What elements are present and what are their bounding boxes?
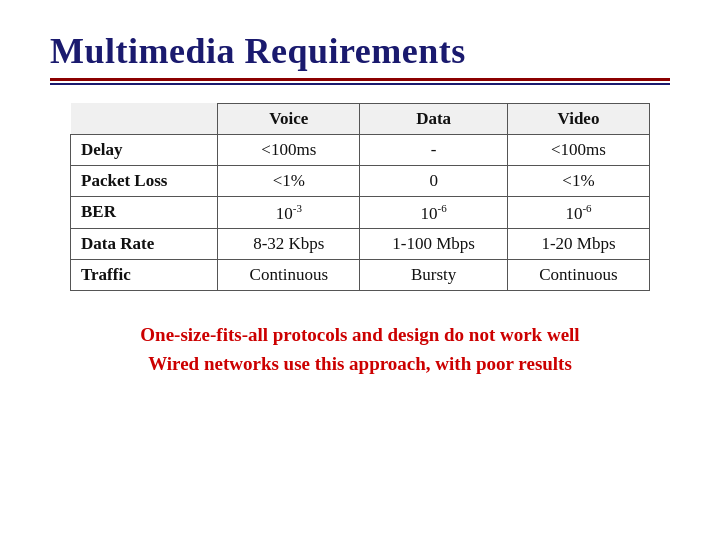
- header-video: Video: [507, 103, 649, 134]
- cell-pl-data: 0: [360, 165, 508, 196]
- row-label-datarate: Data Rate: [71, 229, 218, 260]
- footer-line1: One-size-fits-all protocols and design d…: [50, 321, 670, 350]
- divider-top: [50, 78, 670, 81]
- cell-traffic-video: Continuous: [507, 260, 649, 291]
- row-label-delay: Delay: [71, 134, 218, 165]
- header-data: Data: [360, 103, 508, 134]
- cell-dr-video: 1-20 Mbps: [507, 229, 649, 260]
- table-wrapper: Voice Data Video Delay <100ms - <100ms P…: [50, 103, 670, 292]
- cell-delay-video: <100ms: [507, 134, 649, 165]
- row-label-ber: BER: [71, 196, 218, 229]
- cell-traffic-voice: Continuous: [218, 260, 360, 291]
- cell-dr-data: 1-100 Mbps: [360, 229, 508, 260]
- header-voice: Voice: [218, 103, 360, 134]
- table-row: Delay <100ms - <100ms: [71, 134, 650, 165]
- divider: [50, 78, 670, 85]
- table-row: Packet Loss <1% 0 <1%: [71, 165, 650, 196]
- cell-ber-data: 10-6: [360, 196, 508, 229]
- header-empty: [71, 103, 218, 134]
- cell-dr-voice: 8-32 Kbps: [218, 229, 360, 260]
- cell-ber-voice: 10-3: [218, 196, 360, 229]
- cell-pl-voice: <1%: [218, 165, 360, 196]
- slide: Multimedia Requirements Voice Data Video…: [0, 0, 720, 540]
- page-title: Multimedia Requirements: [50, 30, 670, 72]
- table-row: Data Rate 8-32 Kbps 1-100 Mbps 1-20 Mbps: [71, 229, 650, 260]
- cell-pl-video: <1%: [507, 165, 649, 196]
- cell-delay-voice: <100ms: [218, 134, 360, 165]
- row-label-packetloss: Packet Loss: [71, 165, 218, 196]
- table-header-row: Voice Data Video: [71, 103, 650, 134]
- footer-line2: Wired networks use this approach, with p…: [50, 350, 670, 379]
- footer-text: One-size-fits-all protocols and design d…: [50, 321, 670, 378]
- row-label-traffic: Traffic: [71, 260, 218, 291]
- table-row: BER 10-3 10-6 10-6: [71, 196, 650, 229]
- cell-traffic-data: Bursty: [360, 260, 508, 291]
- cell-ber-video: 10-6: [507, 196, 649, 229]
- requirements-table: Voice Data Video Delay <100ms - <100ms P…: [70, 103, 650, 292]
- divider-bottom: [50, 83, 670, 85]
- cell-delay-data: -: [360, 134, 508, 165]
- table-row: Traffic Continuous Bursty Continuous: [71, 260, 650, 291]
